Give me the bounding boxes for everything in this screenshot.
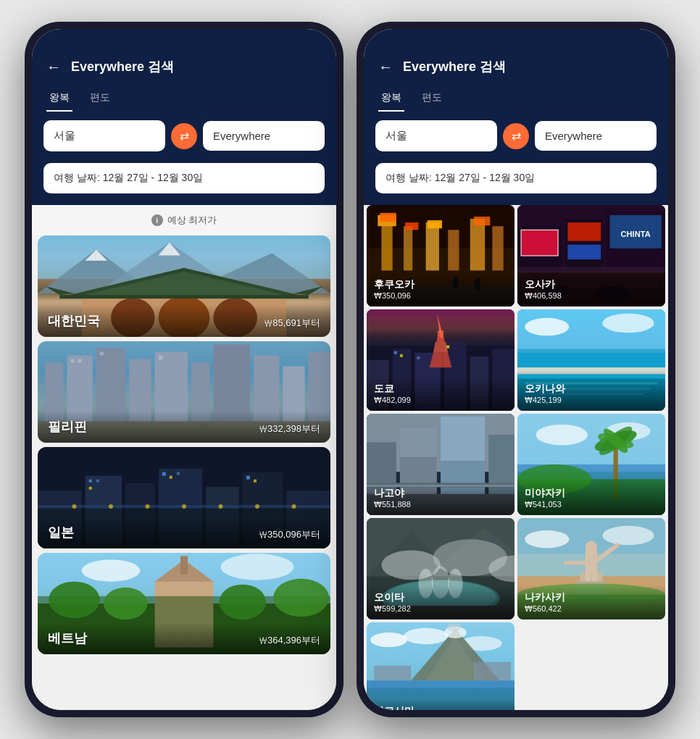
dest-overlay-oita: 오이타 ₩599,282 xyxy=(367,585,514,619)
svg-point-69 xyxy=(104,588,148,619)
svg-point-180 xyxy=(586,540,597,555)
svg-rect-77 xyxy=(426,222,439,270)
dest-name-fukuoka: 후쿠오카 xyxy=(374,278,507,291)
from-field-2[interactable]: 서울 xyxy=(375,120,497,151)
dest-card-kagoshima[interactable]: 가고시마 xyxy=(367,622,514,710)
tab-oneway-2[interactable]: 편도 xyxy=(419,85,445,112)
svg-rect-50 xyxy=(254,480,257,483)
svg-point-62 xyxy=(221,554,294,580)
svg-rect-82 xyxy=(405,222,418,230)
svg-point-195 xyxy=(446,623,461,632)
tab-roundtrip-2[interactable]: 왕복 xyxy=(378,85,404,112)
svg-rect-84 xyxy=(474,217,490,225)
svg-rect-149 xyxy=(517,414,665,472)
dest-overlay-miyazaki: 미야자키 ₩541,053 xyxy=(517,481,665,515)
dest-name-ph: 필리핀 xyxy=(48,418,87,435)
svg-rect-130 xyxy=(517,371,665,374)
svg-point-56 xyxy=(218,504,222,509)
svg-point-188 xyxy=(370,632,407,647)
svg-rect-76 xyxy=(404,226,412,270)
back-button-1[interactable]: ← xyxy=(46,59,61,75)
dest-name-japan: 일본 xyxy=(48,524,74,541)
svg-rect-184 xyxy=(592,572,597,581)
svg-rect-123 xyxy=(367,309,514,349)
dest-name-nagasaki: 나카사키 xyxy=(525,591,658,604)
dest-card-okinawa[interactable]: 오키나와 ₩425,199 xyxy=(517,309,665,411)
dest-card-vietnam[interactable]: 베트남 ₩364,396부터 xyxy=(38,553,330,654)
svg-rect-98 xyxy=(567,222,601,241)
dest-card-tokyo[interactable]: 도쿄 ₩482,099 xyxy=(367,309,514,411)
dest-overlay-tokyo: 도쿄 ₩482,099 xyxy=(367,377,514,411)
dest-card-overlay-vietnam: 베트남 ₩364,396부터 xyxy=(38,622,330,654)
svg-rect-43 xyxy=(89,480,92,483)
dest-price-nagoya: ₩551,888 xyxy=(374,500,507,509)
svg-rect-99 xyxy=(567,245,601,259)
phone-2: ← Everywhere 검색 왕복 편도 서울 ⇄ Everywhere 여행… xyxy=(357,22,675,717)
dest-price-okinawa: ₩425,199 xyxy=(525,396,658,405)
svg-point-176 xyxy=(602,526,654,546)
phone-1: ← Everywhere 검색 왕복 편도 서울 ⇄ Everywhere 여행… xyxy=(25,22,343,717)
status-bar-2 xyxy=(364,29,668,51)
content-1: i 예상 최저가 xyxy=(32,205,336,710)
svg-rect-145 xyxy=(442,437,483,438)
svg-rect-142 xyxy=(400,427,437,457)
svg-rect-143 xyxy=(442,418,483,419)
svg-rect-80 xyxy=(492,226,503,270)
tabs-2: 왕복 편도 xyxy=(364,85,668,112)
dest-overlay-nagoya: 나고야 ₩551,888 xyxy=(367,481,514,515)
date-input-1[interactable]: 여행 날짜: 12월 27일 - 12월 30일 xyxy=(43,163,325,193)
svg-point-150 xyxy=(536,425,588,446)
dest-card-nagasaki[interactable]: 나카사키 ₩560,422 xyxy=(517,518,665,619)
svg-rect-83 xyxy=(428,220,442,228)
svg-point-71 xyxy=(273,579,329,617)
svg-point-175 xyxy=(525,530,569,548)
date-field-2: 여행 날짜: 12월 27일 - 12월 30일 xyxy=(364,163,668,205)
destination-list: 대한민국 ₩85,691부터 xyxy=(32,235,336,660)
dest-overlay-okinawa: 오키나와 ₩425,199 xyxy=(517,377,665,411)
svg-point-61 xyxy=(82,559,141,581)
svg-rect-94 xyxy=(521,230,558,256)
content-2: 후쿠오카 ₩350,096 xyxy=(364,205,668,710)
estimate-label: 예상 최저가 xyxy=(167,214,217,227)
dest-overlay-nagasaki: 나카사키 ₩560,422 xyxy=(517,585,665,619)
svg-rect-81 xyxy=(380,213,396,222)
swap-button-2[interactable]: ⇄ xyxy=(503,123,529,149)
svg-rect-44 xyxy=(96,480,99,483)
dest-overlay-kagoshima: 가고시마 xyxy=(367,699,514,710)
svg-point-57 xyxy=(255,504,259,509)
dest-card-osaka[interactable]: CHINTA xyxy=(517,205,665,306)
dest-card-oita[interactable]: 오이타 ₩599,282 xyxy=(367,518,514,619)
dest-card-japan[interactable]: 일본 ₩350,096부터 xyxy=(38,447,330,548)
svg-rect-197 xyxy=(474,662,511,681)
dest-card-philippines[interactable]: 필리핀 ₩332,398부터 xyxy=(38,341,330,443)
search-fields-1: 서울 ⇄ Everywhere xyxy=(32,112,336,163)
info-icon: i xyxy=(151,214,163,226)
dest-name-oita: 오이타 xyxy=(374,591,507,604)
dest-card-miyazaki[interactable]: 미야자키 ₩541,053 xyxy=(517,414,665,515)
tab-roundtrip-1[interactable]: 왕복 xyxy=(46,85,72,112)
dest-card-fukuoka[interactable]: 후쿠오카 ₩350,096 xyxy=(367,205,514,306)
back-button-2[interactable]: ← xyxy=(378,59,393,75)
estimate-note: i 예상 최저가 xyxy=(32,205,336,235)
dest-card-korea[interactable]: 대한민국 ₩85,691부터 xyxy=(38,235,330,337)
dest-card-nagoya[interactable]: 나고야 ₩551,888 xyxy=(367,414,514,515)
dest-name-osaka: 오사카 xyxy=(525,278,658,291)
dest-name-nagoya: 나고야 xyxy=(374,487,507,500)
svg-rect-141 xyxy=(441,417,485,461)
svg-point-52 xyxy=(72,504,76,509)
date-input-2[interactable]: 여행 날짜: 12월 27일 - 12월 30일 xyxy=(375,163,657,193)
dest-name-kagoshima: 가고시마 xyxy=(374,705,507,710)
tab-oneway-1[interactable]: 편도 xyxy=(87,85,113,112)
dest-name-tokyo: 도쿄 xyxy=(374,383,507,396)
svg-rect-120 xyxy=(417,356,420,359)
to-field-2[interactable]: Everywhere xyxy=(535,121,657,151)
dest-overlay-fukuoka: 후쿠오카 ₩350,096 xyxy=(367,272,514,306)
swap-button-1[interactable]: ⇄ xyxy=(171,123,197,149)
dest-name-miyazaki: 미야자키 xyxy=(525,487,658,500)
from-field-1[interactable]: 서울 xyxy=(43,120,165,151)
svg-rect-74 xyxy=(381,219,392,270)
to-field-1[interactable]: Everywhere xyxy=(203,121,325,151)
dest-overlay-osaka: 오사카 ₩406,598 xyxy=(517,272,665,306)
svg-rect-119 xyxy=(400,354,403,357)
status-bar-1 xyxy=(32,29,336,51)
